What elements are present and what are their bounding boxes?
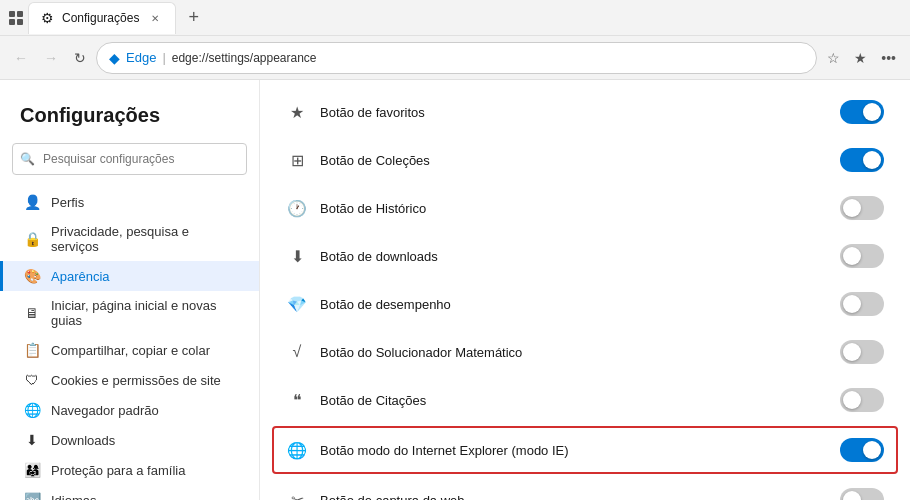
new-tab-button[interactable]: + xyxy=(180,7,207,28)
row-label-colecoes: Botão de Coleções xyxy=(320,153,828,168)
toggle-desempenho[interactable] xyxy=(840,292,884,316)
row-label-citacoes: Botão de Citações xyxy=(320,393,828,408)
tab-label: Configurações xyxy=(62,11,139,25)
row-label-downloads: Botão de downloads xyxy=(320,249,828,264)
settings-list: ★ Botão de favoritos ⊞ Botão de Coleções… xyxy=(260,80,910,500)
sidebar-label-protecao: Proteção para a família xyxy=(51,463,185,478)
tab-close-button[interactable]: ✕ xyxy=(147,11,163,26)
row-label-favoritos: Botão de favoritos xyxy=(320,105,828,120)
sidebar-item-idiomas[interactable]: 🔤 Idiomas xyxy=(0,485,259,500)
sidebar-icon-downloads: ⬇ xyxy=(23,432,41,448)
row-icon-favoritos: ★ xyxy=(286,103,308,122)
sidebar-item-iniciar[interactable]: 🖥 Iniciar, página inicial e novas guias xyxy=(0,291,259,335)
settings-row-favoritos: ★ Botão de favoritos xyxy=(260,88,910,136)
sidebar-label-navegador: Navegador padrão xyxy=(51,403,159,418)
sidebar-label-iniciar: Iniciar, página inicial e novas guias xyxy=(51,298,239,328)
svg-rect-0 xyxy=(9,11,15,17)
sidebar-icon-aparencia: 🎨 xyxy=(23,268,41,284)
nav-right-icons: ☆ ★ ••• xyxy=(821,44,902,72)
sidebar-icon-navegador: 🌐 xyxy=(23,402,41,418)
row-icon-colecoes: ⊞ xyxy=(286,151,308,170)
browser-icon xyxy=(8,10,24,26)
row-icon-citacoes: ❝ xyxy=(286,391,308,410)
sidebar-icon-iniciar: 🖥 xyxy=(23,305,41,321)
settings-content: ★ Botão de favoritos ⊞ Botão de Coleções… xyxy=(260,80,910,500)
address-bar[interactable]: ◆ Edge | edge://settings/appearance xyxy=(96,42,817,74)
settings-row-downloads: ⬇ Botão de downloads xyxy=(260,232,910,280)
row-icon-historico: 🕐 xyxy=(286,199,308,218)
back-button[interactable]: ← xyxy=(8,44,34,72)
row-icon-desempenho: 💎 xyxy=(286,295,308,314)
sidebar: Configurações 🔍 👤 Perfis 🔒 Privacidade, … xyxy=(0,80,260,500)
toggle-favoritos[interactable] xyxy=(840,100,884,124)
sidebar-icon-compartilhar: 📋 xyxy=(23,342,41,358)
row-label-matematico: Botão do Solucionador Matemático xyxy=(320,345,828,360)
sidebar-item-downloads[interactable]: ⬇ Downloads xyxy=(0,425,259,455)
sidebar-icon-perfis: 👤 xyxy=(23,194,41,210)
sidebar-label-compartilhar: Compartilhar, copiar e colar xyxy=(51,343,210,358)
sidebar-label-aparencia: Aparência xyxy=(51,269,110,284)
settings-row-citacoes: ❝ Botão de Citações xyxy=(260,376,910,424)
navbar: ← → ↻ ◆ Edge | edge://settings/appearanc… xyxy=(0,36,910,80)
toggle-citacoes[interactable] xyxy=(840,388,884,412)
address-separator: | xyxy=(162,50,165,65)
row-icon-captura: ✂ xyxy=(286,491,308,501)
toggle-colecoes[interactable] xyxy=(840,148,884,172)
search-icon: 🔍 xyxy=(20,152,35,166)
settings-row-captura: ✂ Botão de captura da web xyxy=(260,476,910,500)
row-icon-ie-mode: 🌐 xyxy=(286,441,308,460)
settings-row-colecoes: ⊞ Botão de Coleções xyxy=(260,136,910,184)
search-input[interactable] xyxy=(12,143,247,175)
row-icon-downloads: ⬇ xyxy=(286,247,308,266)
toggle-downloads[interactable] xyxy=(840,244,884,268)
row-label-ie-mode: Botão modo do Internet Explorer (modo IE… xyxy=(320,443,828,458)
sidebar-title: Configurações xyxy=(0,96,259,143)
toggle-ie-mode[interactable] xyxy=(840,438,884,462)
settings-row-ie-mode: 🌐 Botão modo do Internet Explorer (modo … xyxy=(272,426,898,474)
svg-rect-2 xyxy=(9,19,15,25)
sidebar-item-privacidade[interactable]: 🔒 Privacidade, pesquisa e serviços xyxy=(0,217,259,261)
sidebar-item-protecao[interactable]: 👨‍👩‍👧 Proteção para a família xyxy=(0,455,259,485)
sidebar-item-compartilhar[interactable]: 📋 Compartilhar, copiar e colar xyxy=(0,335,259,365)
sidebar-icon-cookies: 🛡 xyxy=(23,372,41,388)
sidebar-label-privacidade: Privacidade, pesquisa e serviços xyxy=(51,224,239,254)
settings-row-desempenho: 💎 Botão de desempenho xyxy=(260,280,910,328)
forward-button[interactable]: → xyxy=(38,44,64,72)
edge-logo-icon: ◆ xyxy=(109,50,120,66)
active-tab[interactable]: ⚙ Configurações ✕ xyxy=(28,2,176,34)
favorites-button[interactable]: ★ xyxy=(848,44,873,72)
sidebar-label-cookies: Cookies e permissões de site xyxy=(51,373,221,388)
sidebar-item-perfis[interactable]: 👤 Perfis xyxy=(0,187,259,217)
search-box: 🔍 xyxy=(12,143,247,175)
toggle-historico[interactable] xyxy=(840,196,884,220)
tab-favicon: ⚙ xyxy=(41,10,54,26)
settings-row-historico: 🕐 Botão de Histórico xyxy=(260,184,910,232)
sidebar-label-perfis: Perfis xyxy=(51,195,84,210)
refresh-button[interactable]: ↻ xyxy=(68,44,92,72)
sidebar-label-downloads: Downloads xyxy=(51,433,115,448)
sidebar-item-cookies[interactable]: 🛡 Cookies e permissões de site xyxy=(0,365,259,395)
sidebar-icon-idiomas: 🔤 xyxy=(23,492,41,500)
sidebar-icon-privacidade: 🔒 xyxy=(23,231,41,247)
sidebar-items-list: 👤 Perfis 🔒 Privacidade, pesquisa e servi… xyxy=(0,187,259,500)
star-button[interactable]: ☆ xyxy=(821,44,846,72)
toggle-captura[interactable] xyxy=(840,488,884,500)
settings-row-matematico: √ Botão do Solucionador Matemático xyxy=(260,328,910,376)
main-layout: Configurações 🔍 👤 Perfis 🔒 Privacidade, … xyxy=(0,80,910,500)
row-label-desempenho: Botão de desempenho xyxy=(320,297,828,312)
row-label-historico: Botão de Histórico xyxy=(320,201,828,216)
more-options-button[interactable]: ••• xyxy=(875,44,902,72)
row-label-captura: Botão de captura da web xyxy=(320,493,828,501)
toggle-matematico[interactable] xyxy=(840,340,884,364)
svg-rect-3 xyxy=(17,19,23,25)
edge-label: Edge xyxy=(126,50,156,65)
svg-rect-1 xyxy=(17,11,23,17)
sidebar-item-navegador[interactable]: 🌐 Navegador padrão xyxy=(0,395,259,425)
titlebar: ⚙ Configurações ✕ + xyxy=(0,0,910,36)
row-icon-matematico: √ xyxy=(286,343,308,361)
sidebar-item-aparencia[interactable]: 🎨 Aparência xyxy=(0,261,259,291)
address-text: edge://settings/appearance xyxy=(172,51,805,65)
sidebar-icon-protecao: 👨‍👩‍👧 xyxy=(23,462,41,478)
sidebar-label-idiomas: Idiomas xyxy=(51,493,97,501)
